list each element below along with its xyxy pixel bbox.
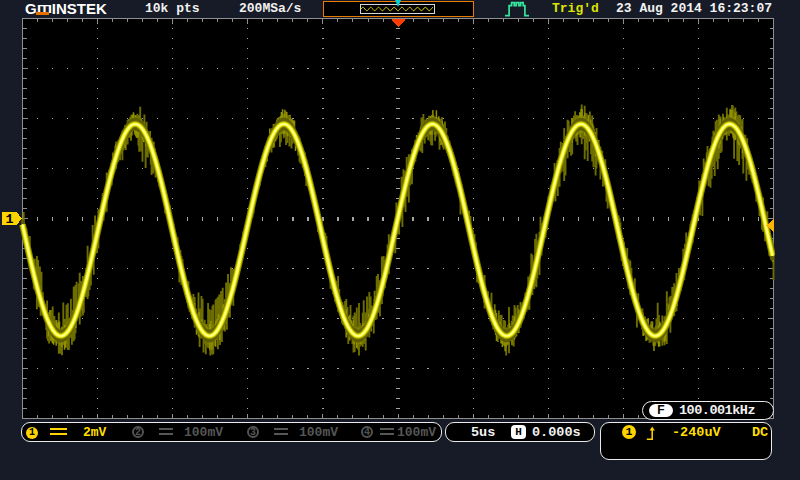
svg-text:1: 1	[5, 212, 13, 227]
